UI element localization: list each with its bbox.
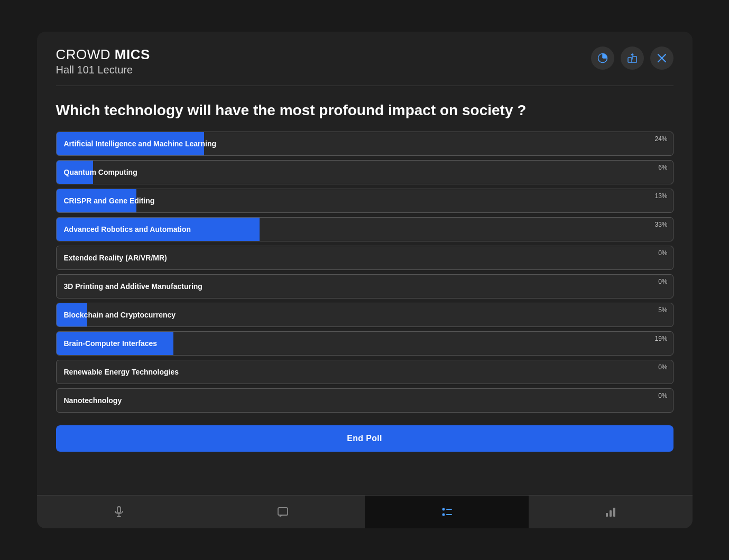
brand-name: CROWD <box>56 46 111 62</box>
poll-option: Artificial Intelligence and Machine Lear… <box>56 132 673 156</box>
poll-option-label: Blockchain and Cryptocurrency <box>64 311 176 319</box>
header: CROWD MICS Hall 101 Lecture <box>37 32 693 86</box>
nav-analytics[interactable] <box>529 496 693 528</box>
brand-subtitle: Hall 101 Lecture <box>56 64 150 76</box>
poll-option: Quantum Computing6% <box>56 160 673 184</box>
poll-option-percent: 24% <box>654 135 667 143</box>
poll-option: Brain-Computer Interfaces19% <box>56 331 673 356</box>
poll-option-percent: 0% <box>658 278 667 285</box>
main-content: Which technology will have the most prof… <box>37 86 693 495</box>
poll-option: Renewable Energy Technologies0% <box>56 360 673 384</box>
nav-microphone[interactable] <box>37 496 201 528</box>
svg-point-13 <box>442 514 445 516</box>
poll-option-percent: 0% <box>658 363 667 371</box>
chat-icon <box>276 506 289 518</box>
poll-option-percent: 5% <box>658 306 667 314</box>
poll-option: Advanced Robotics and Automation33% <box>56 217 673 241</box>
svg-rect-3 <box>628 58 632 62</box>
poll-option-label: Advanced Robotics and Automation <box>64 225 191 234</box>
poll-option-label: Extended Reality (AR/VR/MR) <box>64 254 167 262</box>
poll-option: Blockchain and Cryptocurrency5% <box>56 303 673 327</box>
poll-option-label: Quantum Computing <box>64 168 137 176</box>
poll-option: Nanotechnology0% <box>56 388 673 413</box>
poll-option-percent: 13% <box>654 192 667 200</box>
bottom-nav <box>37 495 693 528</box>
poll-option-percent: 33% <box>654 221 667 228</box>
export-icon <box>626 52 638 64</box>
nav-poll[interactable] <box>365 496 529 528</box>
svg-rect-10 <box>278 508 288 515</box>
poll-option-label: Brain-Computer Interfaces <box>64 339 158 348</box>
poll-option-percent: 19% <box>654 335 667 342</box>
microphone-icon <box>113 506 125 518</box>
poll-options: Artificial Intelligence and Machine Lear… <box>56 132 673 413</box>
stats-icon <box>597 52 608 64</box>
export-button[interactable] <box>621 46 644 70</box>
svg-rect-17 <box>613 508 615 517</box>
poll-option-label: Nanotechnology <box>64 396 122 405</box>
poll-option-label: Artificial Intelligence and Machine Lear… <box>64 139 217 148</box>
stats-button[interactable] <box>591 46 614 70</box>
nav-chat[interactable] <box>201 496 365 528</box>
header-brand: CROWD MICS Hall 101 Lecture <box>56 46 150 76</box>
app-window: CROWD MICS Hall 101 Lecture <box>37 32 693 528</box>
poll-option: 3D Printing and Additive Manufacturing0% <box>56 274 673 298</box>
brand-title: CROWD MICS <box>56 46 150 63</box>
close-icon <box>657 53 667 63</box>
svg-rect-15 <box>606 513 608 517</box>
poll-option-percent: 0% <box>658 249 667 257</box>
analytics-icon <box>604 506 617 518</box>
brand-bold: MICS <box>115 46 150 62</box>
poll-option-percent: 0% <box>658 392 667 399</box>
end-poll-button[interactable]: End Poll <box>56 425 673 452</box>
poll-question: Which technology will have the most prof… <box>56 101 673 120</box>
poll-option: CRISPR and Gene Editing13% <box>56 189 673 213</box>
close-button[interactable] <box>650 46 673 70</box>
poll-option-label: Renewable Energy Technologies <box>64 368 179 376</box>
svg-rect-16 <box>610 510 612 517</box>
poll-icon <box>440 505 454 519</box>
header-actions <box>591 46 673 70</box>
svg-rect-7 <box>117 507 121 513</box>
svg-point-11 <box>442 508 445 511</box>
poll-option-label: CRISPR and Gene Editing <box>64 197 155 205</box>
poll-option-label: 3D Printing and Additive Manufacturing <box>64 282 202 291</box>
poll-option: Extended Reality (AR/VR/MR)0% <box>56 246 673 270</box>
poll-option-percent: 6% <box>658 164 667 171</box>
